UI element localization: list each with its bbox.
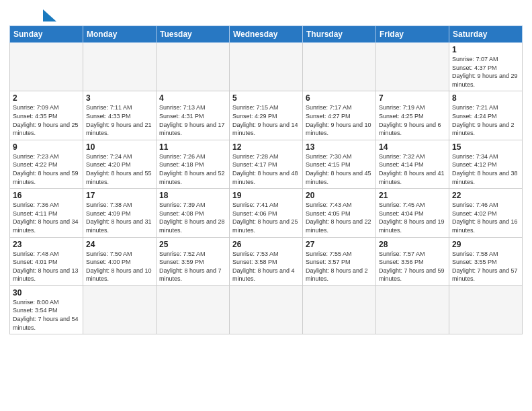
day-number: 3: [86, 93, 153, 103]
day-number: 9: [13, 142, 80, 152]
calendar-cell: 6Sunrise: 7:17 AM Sunset: 4:27 PM Daylig…: [303, 91, 376, 140]
calendar-cell: 4Sunrise: 7:13 AM Sunset: 4:31 PM Daylig…: [157, 91, 230, 140]
calendar-header: SundayMondayTuesdayWednesdayThursdayFrid…: [10, 26, 523, 43]
calendar-cell: 29Sunrise: 7:58 AM Sunset: 3:55 PM Dayli…: [449, 237, 523, 285]
calendar-cell: 10Sunrise: 7:24 AM Sunset: 4:20 PM Dayli…: [83, 140, 157, 188]
day-info: Sunrise: 7:50 AM Sunset: 4:00 PM Dayligh…: [86, 250, 153, 283]
day-info: Sunrise: 7:34 AM Sunset: 4:12 PM Dayligh…: [452, 152, 519, 186]
day-number: 20: [306, 191, 373, 200]
day-number: 23: [13, 240, 80, 249]
day-number: 10: [86, 142, 153, 152]
calendar-cell: 13Sunrise: 7:30 AM Sunset: 4:15 PM Dayli…: [303, 140, 376, 188]
day-number: 19: [232, 191, 300, 200]
calendar-cell: 15Sunrise: 7:34 AM Sunset: 4:12 PM Dayli…: [449, 140, 523, 188]
day-info: Sunrise: 7:17 AM Sunset: 4:27 PM Dayligh…: [306, 103, 373, 137]
day-info: Sunrise: 7:09 AM Sunset: 4:35 PM Dayligh…: [13, 103, 80, 137]
calendar-cell: 19Sunrise: 7:41 AM Sunset: 4:06 PM Dayli…: [230, 189, 303, 237]
day-info: Sunrise: 7:46 AM Sunset: 4:02 PM Dayligh…: [452, 201, 519, 234]
calendar-cell: 25Sunrise: 7:52 AM Sunset: 3:59 PM Dayli…: [157, 237, 230, 285]
calendar-cell: 3Sunrise: 7:11 AM Sunset: 4:33 PM Daylig…: [83, 91, 157, 140]
calendar-cell: [376, 285, 449, 334]
day-info: Sunrise: 7:26 AM Sunset: 4:18 PM Dayligh…: [159, 152, 226, 186]
day-info: Sunrise: 7:15 AM Sunset: 4:29 PM Dayligh…: [232, 103, 300, 137]
day-info: Sunrise: 7:36 AM Sunset: 4:11 PM Dayligh…: [13, 201, 80, 234]
weekday-header-monday: Monday: [83, 26, 157, 43]
day-info: Sunrise: 7:43 AM Sunset: 4:05 PM Dayligh…: [306, 201, 373, 234]
day-number: 1: [452, 45, 519, 54]
day-info: Sunrise: 7:07 AM Sunset: 4:37 PM Dayligh…: [452, 55, 519, 89]
day-info: Sunrise: 7:28 AM Sunset: 4:17 PM Dayligh…: [232, 152, 300, 186]
day-info: Sunrise: 7:53 AM Sunset: 3:58 PM Dayligh…: [232, 250, 300, 283]
calendar-cell: [303, 43, 376, 91]
day-info: Sunrise: 7:52 AM Sunset: 3:59 PM Dayligh…: [159, 250, 226, 283]
logo: [9, 7, 56, 21]
weekday-header-wednesday: Wednesday: [230, 26, 303, 43]
day-info: Sunrise: 7:38 AM Sunset: 4:09 PM Dayligh…: [86, 201, 153, 234]
calendar-cell: 2Sunrise: 7:09 AM Sunset: 4:35 PM Daylig…: [10, 91, 83, 140]
day-number: 30: [13, 288, 80, 298]
calendar-cell: [230, 285, 303, 334]
weekday-header-saturday: Saturday: [449, 26, 523, 43]
calendar-table: SundayMondayTuesdayWednesdayThursdayFrid…: [9, 26, 523, 334]
day-info: Sunrise: 7:11 AM Sunset: 4:33 PM Dayligh…: [86, 103, 153, 137]
day-number: 13: [306, 142, 373, 152]
day-number: 14: [379, 142, 446, 152]
day-info: Sunrise: 7:13 AM Sunset: 4:31 PM Dayligh…: [159, 103, 226, 137]
calendar-cell: [157, 285, 230, 334]
calendar-cell: 21Sunrise: 7:45 AM Sunset: 4:04 PM Dayli…: [376, 189, 449, 237]
day-info: Sunrise: 7:45 AM Sunset: 4:04 PM Dayligh…: [379, 201, 446, 234]
day-number: 26: [232, 240, 300, 249]
calendar-cell: [449, 285, 523, 334]
calendar-cell: [10, 43, 83, 91]
day-info: Sunrise: 7:48 AM Sunset: 4:01 PM Dayligh…: [13, 250, 80, 283]
calendar-cell: [376, 43, 449, 91]
calendar-cell: 20Sunrise: 7:43 AM Sunset: 4:05 PM Dayli…: [303, 189, 376, 237]
day-number: 7: [379, 93, 446, 103]
day-info: Sunrise: 7:32 AM Sunset: 4:14 PM Dayligh…: [379, 152, 446, 186]
calendar-cell: 7Sunrise: 7:19 AM Sunset: 4:25 PM Daylig…: [376, 91, 449, 140]
day-number: 4: [159, 93, 226, 103]
day-info: Sunrise: 7:39 AM Sunset: 4:08 PM Dayligh…: [159, 201, 226, 234]
calendar-cell: 23Sunrise: 7:48 AM Sunset: 4:01 PM Dayli…: [10, 237, 83, 285]
calendar-body: 1Sunrise: 7:07 AM Sunset: 4:37 PM Daylig…: [10, 43, 523, 334]
svg-marker-0: [43, 9, 56, 21]
day-number: 18: [159, 191, 226, 200]
day-info: Sunrise: 7:24 AM Sunset: 4:20 PM Dayligh…: [86, 152, 153, 186]
calendar-cell: 5Sunrise: 7:15 AM Sunset: 4:29 PM Daylig…: [230, 91, 303, 140]
day-number: 15: [452, 142, 519, 152]
day-info: Sunrise: 7:57 AM Sunset: 3:56 PM Dayligh…: [379, 250, 446, 283]
day-number: 12: [232, 142, 300, 152]
day-info: Sunrise: 7:55 AM Sunset: 3:57 PM Dayligh…: [306, 250, 373, 283]
calendar-cell: [230, 43, 303, 91]
day-info: Sunrise: 7:41 AM Sunset: 4:06 PM Dayligh…: [232, 201, 300, 234]
calendar-cell: 11Sunrise: 7:26 AM Sunset: 4:18 PM Dayli…: [157, 140, 230, 188]
calendar-cell: 17Sunrise: 7:38 AM Sunset: 4:09 PM Dayli…: [83, 189, 157, 237]
day-number: 6: [306, 93, 373, 103]
calendar-cell: 26Sunrise: 7:53 AM Sunset: 3:58 PM Dayli…: [230, 237, 303, 285]
calendar-cell: 30Sunrise: 8:00 AM Sunset: 3:54 PM Dayli…: [10, 285, 83, 334]
calendar-cell: 9Sunrise: 7:23 AM Sunset: 4:22 PM Daylig…: [10, 140, 83, 188]
day-number: 8: [452, 93, 519, 103]
day-info: Sunrise: 7:21 AM Sunset: 4:24 PM Dayligh…: [452, 103, 519, 137]
header: [9, 7, 523, 21]
day-info: Sunrise: 7:19 AM Sunset: 4:25 PM Dayligh…: [379, 103, 446, 137]
calendar-cell: [83, 43, 157, 91]
day-number: 11: [159, 142, 226, 152]
calendar-cell: 8Sunrise: 7:21 AM Sunset: 4:24 PM Daylig…: [449, 91, 523, 140]
day-number: 17: [86, 191, 153, 200]
day-number: 16: [13, 191, 80, 200]
calendar-cell: 24Sunrise: 7:50 AM Sunset: 4:00 PM Dayli…: [83, 237, 157, 285]
calendar-cell: 14Sunrise: 7:32 AM Sunset: 4:14 PM Dayli…: [376, 140, 449, 188]
calendar-cell: 28Sunrise: 7:57 AM Sunset: 3:56 PM Dayli…: [376, 237, 449, 285]
calendar-cell: 1Sunrise: 7:07 AM Sunset: 4:37 PM Daylig…: [449, 43, 523, 91]
calendar-cell: 16Sunrise: 7:36 AM Sunset: 4:11 PM Dayli…: [10, 189, 83, 237]
calendar-cell: 22Sunrise: 7:46 AM Sunset: 4:02 PM Dayli…: [449, 189, 523, 237]
day-info: Sunrise: 8:00 AM Sunset: 3:54 PM Dayligh…: [13, 298, 80, 332]
logo-icon: [9, 9, 56, 21]
calendar-cell: [157, 43, 230, 91]
day-info: Sunrise: 7:30 AM Sunset: 4:15 PM Dayligh…: [306, 152, 373, 186]
calendar-cell: 12Sunrise: 7:28 AM Sunset: 4:17 PM Dayli…: [230, 140, 303, 188]
calendar-cell: [83, 285, 157, 334]
page: SundayMondayTuesdayWednesdayThursdayFrid…: [0, 0, 532, 411]
day-number: 29: [452, 240, 519, 249]
